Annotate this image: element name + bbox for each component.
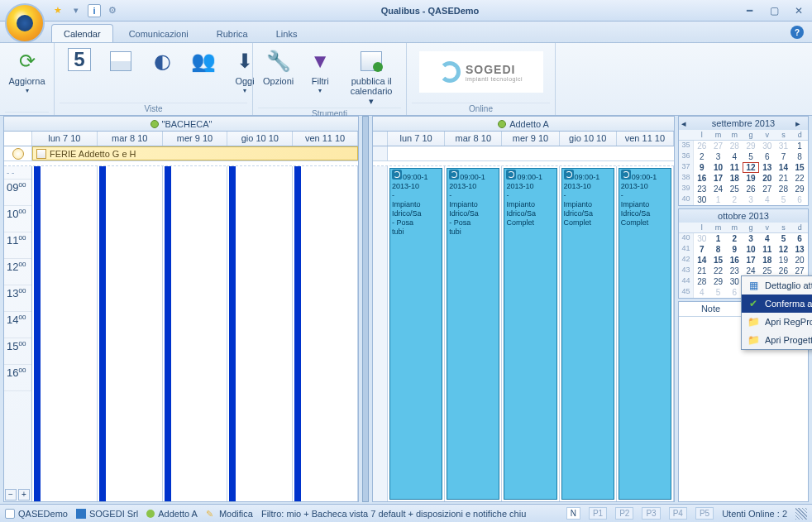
resize-grip[interactable] [795, 508, 807, 520]
minicalendar-sept[interactable]: ◂settembre 2013▸ lmmgvsd 352627282930311… [678, 116, 809, 206]
day-header[interactable]: mar 8 10 [445, 132, 502, 146]
publish-calendar-button[interactable]: pubblica ilcalendario ▾ [342, 46, 401, 108]
calendar-day[interactable]: 8 [791, 151, 808, 162]
calendar-day[interactable]: 5 [743, 151, 759, 162]
calendar-day[interactable]: 9 [694, 162, 710, 173]
day-header[interactable]: mer 9 10 [502, 132, 559, 146]
calendar-day[interactable]: 12 [776, 244, 792, 255]
calendar-day[interactable]: 26 [694, 141, 710, 151]
pane-splitter[interactable] [362, 116, 369, 502]
calendar-day[interactable]: 4 [726, 151, 743, 162]
calendar-day[interactable]: 17 [743, 255, 759, 266]
calendar-day[interactable]: 5 [776, 194, 792, 205]
refresh-button[interactable]: ⟳ Aggiorna ▾ [5, 46, 49, 112]
day-header[interactable]: mer 9 10 [163, 132, 228, 146]
day-header[interactable]: ven 11 10 [293, 132, 358, 146]
day-header[interactable]: lun 7 10 [32, 132, 98, 146]
calendar-day[interactable]: 4 [759, 194, 776, 205]
calendar-day[interactable]: 2 [726, 194, 743, 205]
calendar-day[interactable]: 31 [776, 141, 792, 151]
calendar-day[interactable]: 6 [759, 151, 776, 162]
calendar-day[interactable]: 27 [710, 141, 727, 151]
calendar-day[interactable]: 28 [694, 276, 710, 287]
calendar-day[interactable]: 4 [759, 233, 776, 244]
calendar-day[interactable]: 21 [694, 266, 710, 276]
calendar-day[interactable]: 7 [776, 151, 792, 162]
calendar-day[interactable]: 28 [776, 184, 792, 194]
calendar-day[interactable]: 1 [710, 233, 727, 244]
calendar-day[interactable]: 9 [726, 244, 743, 255]
info-icon[interactable]: i [88, 4, 101, 17]
calendar-day[interactable]: 11 [726, 162, 743, 173]
appointment[interactable]: 09:00-12013-10-ImpiantoIdrico/Sa- Posatu… [389, 168, 442, 500]
calendar-day[interactable]: 3 [710, 151, 727, 162]
calendar-day[interactable]: 30 [694, 233, 710, 244]
ctx-regprogetti[interactable]: 📁Apri RegProgetti [742, 313, 812, 331]
options-button[interactable]: 🔧Opzioni [258, 46, 299, 108]
close-button[interactable]: ✕ [791, 5, 807, 17]
help-icon[interactable]: ? [791, 26, 804, 39]
calendar-day[interactable]: 13 [759, 162, 776, 173]
day-header[interactable]: ven 11 10 [617, 132, 674, 146]
notes-tab-note[interactable]: Note [679, 302, 743, 316]
calendar-day[interactable]: 22 [791, 173, 808, 184]
calendar-day[interactable]: 29 [710, 276, 727, 287]
calendar-day[interactable]: 16 [694, 173, 710, 184]
calendar-day[interactable]: 18 [759, 255, 776, 266]
favorite-icon[interactable]: ★ [51, 4, 64, 17]
maximize-button[interactable]: ▢ [766, 5, 782, 17]
day-header[interactable]: mar 8 10 [98, 132, 163, 146]
tab-links[interactable]: Links [264, 24, 310, 42]
calendar-day[interactable]: 14 [694, 255, 710, 266]
calendar-day[interactable]: 10 [743, 244, 759, 255]
calendar-day[interactable]: 14 [776, 162, 792, 173]
day-column[interactable]: 09:00-12013-10-ImpiantoIdrico/Sa- Posatu… [445, 166, 502, 501]
calendar-day[interactable]: 20 [759, 173, 776, 184]
calendar-day[interactable]: 8 [710, 244, 727, 255]
calendar-day[interactable]: 28 [726, 141, 743, 151]
day-column[interactable]: 09:00-12013-10-ImpiantoIdrico/SaComplet [617, 166, 674, 501]
calendar-day[interactable]: 16 [726, 255, 743, 266]
calendar-day[interactable]: 19 [743, 173, 759, 184]
calendar-day[interactable]: 23 [694, 184, 710, 194]
view-month-button[interactable]: ◐ [142, 46, 182, 103]
calendar-day[interactable]: 3 [743, 194, 759, 205]
calendar-day[interactable]: 29 [743, 141, 759, 151]
calendar-day[interactable]: 12 [743, 162, 759, 173]
tab-rubrica[interactable]: Rubrica [204, 24, 260, 42]
dropdown-icon[interactable]: ▾ [69, 4, 83, 17]
calendar-day[interactable]: 5 [776, 233, 792, 244]
calendar-day[interactable]: 6 [791, 233, 808, 244]
calendar-day[interactable]: 25 [726, 184, 743, 194]
calendar-day[interactable]: 19 [776, 255, 792, 266]
day-column[interactable] [98, 166, 163, 501]
next-month-icon[interactable]: ▸ [795, 118, 805, 129]
day-header[interactable]: gio 10 10 [560, 132, 617, 146]
calendar-day[interactable]: 10 [710, 162, 727, 173]
calendar-day[interactable]: 1 [791, 141, 808, 151]
tab-calendar[interactable]: Calendar [51, 24, 113, 42]
ctx-progetti[interactable]: 📁Apri Progetti [742, 331, 812, 349]
status-p3-button[interactable]: P3 [642, 507, 660, 520]
ctx-conferma[interactable]: ✔Conferma attività programmata [742, 295, 812, 313]
calendar-day[interactable]: 2 [694, 151, 710, 162]
day-header[interactable]: gio 10 10 [227, 132, 293, 146]
calendar-day[interactable]: 3 [743, 233, 759, 244]
day-column[interactable]: 09:00-12013-10-ImpiantoIdrico/Sa- Posatu… [388, 166, 445, 501]
day-column[interactable]: 09:00-12013-10-ImpiantoIdrico/SaComplet [502, 166, 559, 501]
calendar-day[interactable]: 6 [791, 194, 808, 205]
calendar-day[interactable]: 30 [759, 141, 776, 151]
app-logo[interactable] [5, 3, 45, 43]
calendar-day[interactable]: 26 [743, 184, 759, 194]
ctx-dettaglio[interactable]: ▦Dettaglio attività [742, 276, 812, 295]
minimize-button[interactable]: ━ [741, 5, 757, 17]
day-column[interactable]: 09:00-12013-10-ImpiantoIdrico/SaComplet [560, 166, 617, 501]
allday-event-ferie[interactable]: FERIE Addetto G e H [32, 146, 358, 160]
calendar-day[interactable]: 20 [791, 255, 808, 266]
calendar-day[interactable]: 7 [694, 244, 710, 255]
view-users-button[interactable]: 👥 [184, 46, 223, 103]
status-p1-button[interactable]: P1 [589, 507, 607, 520]
settings-icon[interactable]: ⚙ [106, 4, 119, 17]
filters-button[interactable]: ▼Filtri▾ [300, 46, 340, 108]
status-p2-button[interactable]: P2 [615, 507, 633, 520]
